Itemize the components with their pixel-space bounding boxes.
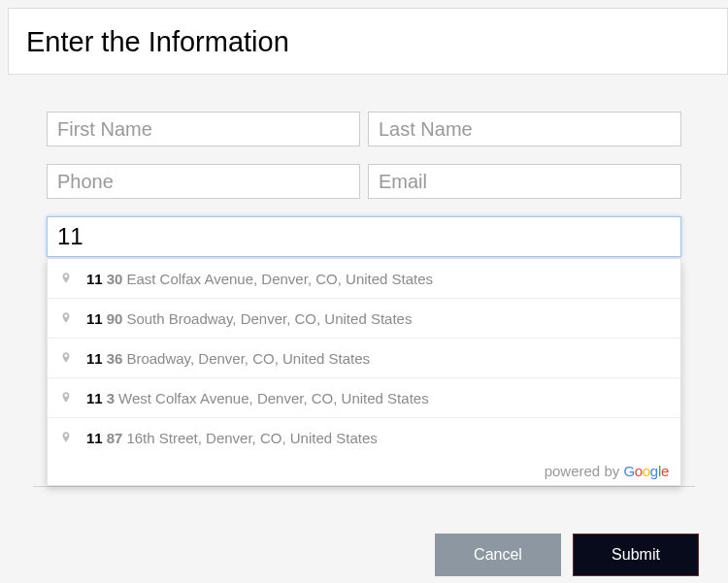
suggestion-bold: 36 [107, 350, 123, 367]
autocomplete-suggestion[interactable]: 1136Broadway, Denver, CO, United States [48, 338, 680, 377]
suggestion-match: 11 [86, 310, 103, 327]
page-title: Enter the Information [26, 26, 710, 58]
google-logo: Google [623, 463, 669, 479]
suggestion-match: 11 [86, 390, 103, 406]
map-pin-icon [59, 269, 73, 288]
first-name-input[interactable] [47, 112, 360, 146]
autocomplete-dropdown: 1130East Colfax Avenue, Denver, CO, Unit… [47, 259, 681, 486]
suggestion-bold: 3 [107, 390, 115, 406]
form-header: Enter the Information [8, 8, 728, 75]
footer-actions: Cancel Submit [0, 487, 728, 576]
contact-row [47, 164, 681, 199]
last-name-input[interactable] [368, 112, 681, 146]
suggestion-bold: 30 [107, 271, 123, 287]
form-body: 1130East Colfax Avenue, Denver, CO, Unit… [0, 75, 728, 257]
address-field-wrap: 1130East Colfax Avenue, Denver, CO, Unit… [47, 216, 681, 257]
map-pin-icon [59, 348, 73, 368]
suggestion-text: 16th Street, Denver, CO, United States [126, 430, 377, 446]
suggestion-text: South Broadway, Denver, CO, United State… [126, 310, 412, 327]
suggestion-match: 11 [86, 271, 103, 287]
autocomplete-suggestion[interactable]: 113West Colfax Avenue, Denver, CO, Unite… [48, 377, 680, 417]
suggestion-text: West Colfax Avenue, Denver, CO, United S… [118, 390, 429, 406]
suggestion-bold: 87 [107, 430, 123, 446]
map-pin-icon [59, 388, 73, 407]
map-pin-icon [59, 308, 73, 328]
suggestion-bold: 90 [107, 310, 123, 327]
suggestion-match: 11 [86, 430, 103, 446]
powered-by-text: powered by [545, 463, 624, 479]
autocomplete-suggestion[interactable]: 118716th Street, Denver, CO, United Stat… [48, 417, 680, 457]
phone-input[interactable] [47, 164, 360, 199]
powered-by-google: powered by Google [48, 457, 680, 485]
map-pin-icon [59, 428, 73, 447]
name-row [47, 112, 681, 146]
submit-button[interactable]: Submit [573, 534, 699, 576]
cancel-button[interactable]: Cancel [435, 534, 561, 576]
suggestion-text: Broadway, Denver, CO, United States [126, 350, 370, 367]
suggestion-text: East Colfax Avenue, Denver, CO, United S… [126, 271, 433, 287]
autocomplete-suggestion[interactable]: 1190South Broadway, Denver, CO, United S… [48, 298, 680, 338]
autocomplete-suggestion[interactable]: 1130East Colfax Avenue, Denver, CO, Unit… [48, 259, 680, 298]
address-input[interactable] [47, 216, 681, 257]
email-input[interactable] [368, 164, 681, 199]
suggestion-match: 11 [86, 350, 103, 367]
